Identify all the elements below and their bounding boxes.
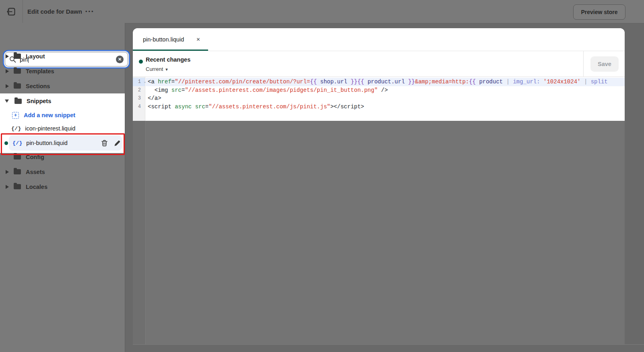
annotation-highlight-box bbox=[1, 133, 125, 155]
sidebar-item-assets[interactable]: Assets bbox=[0, 164, 125, 179]
more-actions-button[interactable]: ••• bbox=[85, 0, 95, 23]
top-bar: Edit code for Dawn ••• Preview store bbox=[0, 0, 644, 23]
code-area[interactable]: 1⌄234 <a href="//pinterest.com/pin/creat… bbox=[133, 77, 625, 121]
code-line[interactable]: <a href="//pinterest.com/pin/create/butt… bbox=[146, 78, 625, 86]
folder-icon bbox=[14, 83, 21, 89]
gutter-line-number[interactable]: 2 bbox=[133, 86, 145, 95]
chevron-right-icon bbox=[6, 185, 9, 189]
chevron-right-icon bbox=[6, 69, 9, 73]
sidebar-item-snippets[interactable]: Snippets bbox=[0, 94, 125, 108]
add-new-snippet-button[interactable]: + Add a new snippet bbox=[0, 108, 125, 122]
exit-editor-button[interactable] bbox=[5, 5, 18, 18]
screen: Edit code for Dawn ••• Preview store pin… bbox=[0, 0, 644, 352]
code-token: </a> bbox=[146, 95, 161, 101]
code-lines: <a href="//pinterest.com/pin/create/butt… bbox=[146, 78, 625, 120]
code-token: product.url bbox=[363, 79, 408, 85]
sidebar-item-layout[interactable]: Layout bbox=[0, 49, 125, 64]
code-token: '1024x1024' bbox=[539, 79, 584, 85]
sidebar-item-locales[interactable]: Locales bbox=[0, 179, 125, 194]
active-tab-indicator bbox=[133, 50, 208, 51]
tab-pin-button-liquid[interactable]: pin-button.liquid ✕ bbox=[133, 28, 208, 51]
code-token: &amp;media=http: bbox=[413, 79, 469, 85]
exit-icon bbox=[6, 6, 17, 17]
dropdown-caret-icon: ▾ bbox=[165, 67, 168, 72]
preview-store-button[interactable]: Preview store bbox=[573, 4, 625, 20]
code-token: product bbox=[474, 79, 506, 85]
liquid-file-icon: {/} bbox=[11, 126, 21, 132]
version-dropdown[interactable]: Current▾ bbox=[146, 66, 168, 72]
code-line[interactable]: <script async src="//assets.pinterest.co… bbox=[146, 103, 625, 111]
chevron-right-icon bbox=[6, 170, 9, 174]
code-token: ></script> bbox=[329, 104, 364, 110]
code-token: "//pinterest.com/pin/create/button/?url= bbox=[173, 79, 310, 85]
editor-dimmed-gutter bbox=[133, 121, 146, 344]
recent-changes-status-dot bbox=[139, 60, 143, 64]
code-token: split bbox=[589, 79, 608, 85]
editor-dimmed-area bbox=[133, 121, 625, 344]
gutter-line-number[interactable]: 3 bbox=[133, 94, 145, 103]
code-token: shop.url bbox=[315, 79, 351, 85]
code-token: }}{{ bbox=[349, 79, 364, 85]
toolbar-divider bbox=[583, 51, 584, 77]
editor-toolbar: Recent changes Current▾ Save bbox=[133, 51, 625, 77]
chevron-down-icon bbox=[5, 99, 9, 103]
topbar-divider bbox=[23, 0, 23, 23]
code-line[interactable]: </a> bbox=[146, 94, 625, 103]
code-token: <script bbox=[146, 104, 175, 110]
gutter: 1⌄234 bbox=[133, 77, 145, 121]
folder-icon bbox=[14, 184, 21, 189]
folder-icon bbox=[14, 54, 21, 59]
editor-card-bottom-edge bbox=[133, 344, 644, 345]
save-button[interactable]: Save bbox=[590, 56, 619, 72]
recent-changes-label: Recent changes bbox=[146, 56, 190, 63]
code-token: async bbox=[173, 104, 192, 110]
close-tab-icon[interactable]: ✕ bbox=[196, 37, 200, 42]
code-token: "//assets.pinterest.com/images/pidgets/p… bbox=[183, 87, 378, 93]
code-token: /> bbox=[376, 87, 388, 93]
code-token: "//assets.pinterest.com/js/pinit.js" bbox=[207, 104, 330, 110]
gutter-line-number[interactable]: 1⌄ bbox=[133, 78, 145, 86]
code-token: img_url: bbox=[511, 79, 540, 85]
sidebar-item-templates[interactable]: Templates bbox=[0, 64, 125, 79]
folder-icon bbox=[14, 68, 21, 74]
gutter-line-number[interactable]: 4 bbox=[133, 103, 145, 111]
editor-tab-bar: pin-button.liquid ✕ bbox=[133, 28, 625, 51]
folder-icon bbox=[14, 99, 22, 104]
page-title: Edit code for Dawn bbox=[27, 0, 82, 23]
code-token: href bbox=[156, 79, 171, 85]
code-line[interactable]: <img src="//assets.pinterest.com/images/… bbox=[146, 86, 625, 95]
code-token: <img bbox=[146, 87, 171, 93]
code-editor-panel: pin-button.liquid ✕ Recent changes Curre… bbox=[133, 28, 625, 121]
chevron-right-icon bbox=[6, 54, 9, 58]
file-tree-sidebar: pin ✕ Layout Templates Sections Config bbox=[0, 23, 125, 352]
sidebar-item-sections[interactable]: Sections bbox=[0, 79, 125, 93]
folder-icon bbox=[14, 169, 21, 174]
chevron-right-icon bbox=[6, 84, 9, 88]
add-snippet-icon: + bbox=[12, 112, 19, 119]
